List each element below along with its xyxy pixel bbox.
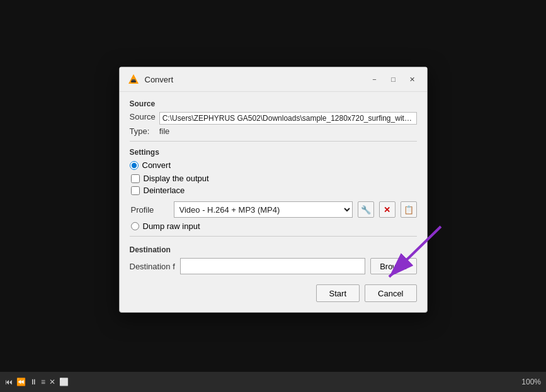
source-path-value: C:\Users\ZEPHYRUS GA502\Downloads\sample… <box>159 112 417 125</box>
settings-section-label: Settings <box>130 148 417 157</box>
source-section-label: Source <box>130 99 417 108</box>
profile-settings-button[interactable]: 🔧 <box>358 201 374 218</box>
profile-delete-button[interactable]: ✕ <box>379 201 395 218</box>
svg-rect-3 <box>131 81 136 82</box>
section-divider <box>130 141 417 142</box>
convert-radio[interactable] <box>130 161 139 170</box>
skip-back-icon[interactable]: ⏮ <box>5 378 13 386</box>
source-key: Source <box>130 112 156 125</box>
display-output-label: Display the output <box>144 174 209 183</box>
dump-raw-label: Dump raw input <box>143 221 200 231</box>
pause-icon[interactable]: ⏸ <box>30 378 37 386</box>
bottom-bar: ⏮ ⏪ ⏸ ≡ ✕ ⬜ 100% <box>0 372 546 392</box>
start-button[interactable]: Start <box>316 284 360 302</box>
stop-icon[interactable]: ✕ <box>49 378 55 386</box>
zoom-level: 100% <box>521 378 541 386</box>
destination-section-label: Destination <box>130 245 417 254</box>
profile-select[interactable]: Video - H.264 + MP3 (MP4) Video - H.265 … <box>174 201 353 218</box>
profile-label: Profile <box>131 205 169 215</box>
dialog-body: Source Source C:\Users\ZEPHYRUS GA502\Do… <box>120 92 427 312</box>
dialog-title: Convert <box>145 75 363 84</box>
vlc-logo-icon <box>127 73 140 86</box>
settings-section: Settings Convert Display the output Dein… <box>130 148 417 231</box>
dialog-titlebar: Convert − □ ✕ <box>120 67 427 92</box>
maximize-button[interactable]: □ <box>387 72 401 86</box>
add-icon: 📋 <box>404 205 414 215</box>
minimize-button[interactable]: − <box>368 72 382 86</box>
menu-icon[interactable]: ≡ <box>41 378 45 386</box>
profile-row: Profile Video - H.264 + MP3 (MP4) Video … <box>131 201 417 218</box>
deinterlace-label: Deinterlace <box>144 186 185 195</box>
rewind-icon[interactable]: ⏪ <box>16 378 26 386</box>
destination-section: Destination Destination f Browse <box>130 245 417 274</box>
dialog-footer: Start Cancel <box>130 284 417 302</box>
dump-radio[interactable] <box>131 222 139 230</box>
source-grid: Source C:\Users\ZEPHYRUS GA502\Downloads… <box>130 112 417 136</box>
profile-add-button[interactable]: 📋 <box>401 201 417 218</box>
close-button[interactable]: ✕ <box>406 72 419 86</box>
deinterlace-row: Deinterlace <box>131 186 417 195</box>
type-value: file <box>159 126 417 136</box>
display-output-row: Display the output <box>131 174 417 183</box>
browse-button[interactable]: Browse <box>370 258 416 274</box>
fullscreen-icon[interactable]: ⬜ <box>59 378 69 386</box>
wrench-icon: 🔧 <box>361 205 371 215</box>
type-key: Type: <box>130 126 156 136</box>
destination-row: Destination f Browse <box>130 258 417 274</box>
svg-rect-4 <box>132 79 135 81</box>
convert-radio-label: Convert <box>142 160 171 170</box>
deinterlace-checkbox[interactable] <box>131 186 140 195</box>
cancel-button[interactable]: Cancel <box>365 284 416 302</box>
delete-icon: ✕ <box>384 205 390 215</box>
destination-input[interactable] <box>180 258 365 274</box>
convert-radio-row: Convert <box>130 160 417 170</box>
display-output-checkbox[interactable] <box>131 174 140 183</box>
convert-dialog: Convert − □ ✕ Source Source C:\Users\ZEP… <box>119 67 428 313</box>
destination-file-label: Destination f <box>130 262 175 271</box>
dest-divider <box>130 236 417 237</box>
dump-raw-row: Dump raw input <box>131 221 417 231</box>
